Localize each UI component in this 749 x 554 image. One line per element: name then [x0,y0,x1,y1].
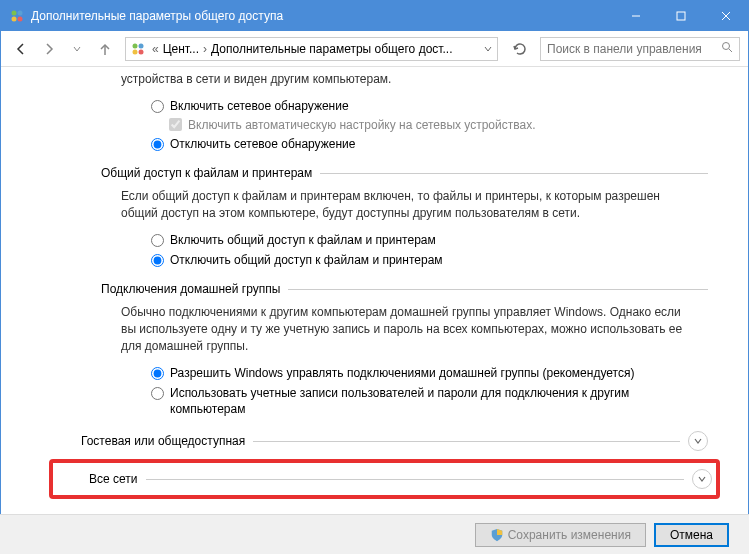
homegroup-accounts-radio[interactable] [151,387,164,400]
divider [253,441,680,442]
save-label: Сохранить изменения [508,528,631,542]
network-discovery-on-label: Включить сетевое обнаружение [170,98,349,114]
breadcrumb-item-2[interactable]: Дополнительные параметры общего дост... [209,42,454,56]
homegroup-windows-radio[interactable] [151,367,164,380]
content-area: устройства в сети и виден другим компьют… [1,67,748,513]
divider [320,173,708,174]
expand-all-networks-button[interactable] [692,469,712,489]
file-printer-group: Включить общий доступ к файлам и принтер… [151,232,708,268]
search-icon[interactable] [721,41,733,56]
divider [288,289,708,290]
file-printer-desc: Если общий доступ к файлам и принтерам в… [121,188,688,222]
svg-point-12 [139,49,144,54]
svg-point-10 [139,43,144,48]
refresh-button[interactable] [508,37,532,61]
file-printer-section-header: Общий доступ к файлам и принтерам [101,166,708,180]
svg-point-11 [133,49,138,54]
svg-rect-5 [677,12,685,20]
search-input[interactable] [547,42,721,56]
svg-point-13 [723,43,730,50]
up-button[interactable] [93,37,117,61]
file-printer-title: Общий доступ к файлам и принтерам [101,166,312,180]
svg-point-2 [12,17,17,22]
cancel-label: Отмена [670,528,713,542]
homegroup-accounts-label: Использовать учетные записи пользователе… [170,385,650,417]
history-dropdown[interactable] [65,37,89,61]
guest-profile-row[interactable]: Гостевая или общедоступная [81,431,708,451]
network-discovery-off-radio[interactable] [151,138,164,151]
cancel-button[interactable]: Отмена [654,523,729,547]
file-printer-on-radio[interactable] [151,234,164,247]
title-bar: Дополнительные параметры общего доступа [1,1,748,31]
highlight-box: Все сети [49,459,720,499]
cut-description: устройства в сети и виден другим компьют… [121,71,708,88]
all-networks-profile-row[interactable]: Все сети [89,469,712,489]
back-button[interactable] [9,37,33,61]
button-bar: Сохранить изменения Отмена [0,514,749,554]
nav-bar: « Цент... › Дополнительные параметры общ… [1,31,748,67]
homegroup-group: Разрешить Windows управлять подключениям… [151,365,708,418]
svg-point-0 [12,11,17,16]
control-panel-icon [130,41,146,57]
guest-profile-label: Гостевая или общедоступная [81,434,245,448]
auto-setup-label: Включить автоматическую настройку на сет… [188,118,536,132]
svg-line-14 [729,49,732,52]
minimize-button[interactable] [613,1,658,31]
svg-point-3 [18,17,23,22]
svg-point-1 [18,11,23,16]
window-buttons [613,1,748,31]
breadcrumb-sep: « [152,42,159,56]
homegroup-title: Подключения домашней группы [101,282,280,296]
network-discovery-group: Включить сетевое обнаружение Включить ав… [151,98,708,152]
file-printer-on-label: Включить общий доступ к файлам и принтер… [170,232,436,248]
chevron-down-icon[interactable] [483,44,493,54]
expand-guest-button[interactable] [688,431,708,451]
app-icon [9,8,25,24]
auto-setup-checkbox [169,118,182,131]
breadcrumb-sep: › [203,42,207,56]
close-button[interactable] [703,1,748,31]
file-printer-off-radio[interactable] [151,254,164,267]
homegroup-desc: Обычно подключениями к другим компьютера… [121,304,688,354]
maximize-button[interactable] [658,1,703,31]
save-button[interactable]: Сохранить изменения [475,523,646,547]
homegroup-windows-label: Разрешить Windows управлять подключениям… [170,365,634,381]
address-bar[interactable]: « Цент... › Дополнительные параметры общ… [125,37,498,61]
breadcrumb-item-1[interactable]: Цент... [161,42,201,56]
shield-icon [490,528,504,542]
forward-button[interactable] [37,37,61,61]
divider [146,479,685,480]
all-networks-label: Все сети [89,472,138,486]
network-discovery-off-label: Отключить сетевое обнаружение [170,136,355,152]
svg-point-9 [133,43,138,48]
homegroup-section-header: Подключения домашней группы [101,282,708,296]
window-title: Дополнительные параметры общего доступа [31,9,613,23]
search-box[interactable] [540,37,740,61]
file-printer-off-label: Отключить общий доступ к файлам и принте… [170,252,443,268]
network-discovery-on-radio[interactable] [151,100,164,113]
